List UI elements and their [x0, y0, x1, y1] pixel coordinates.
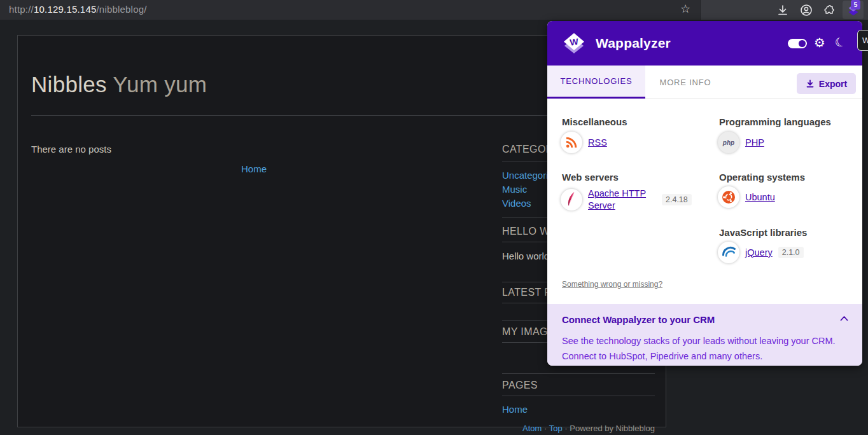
settings-gear-icon[interactable]: ⚙	[814, 34, 825, 51]
pager-home-link[interactable]: Home	[241, 163, 267, 174]
tech-row-ubuntu: Ubuntu	[718, 186, 775, 208]
top-link[interactable]: Top	[549, 424, 563, 433]
sidebar-section-pages: PAGES Home	[502, 373, 655, 415]
blog-subtitle: Yum yum	[113, 72, 207, 97]
url-host: 10.129.15.145	[34, 4, 97, 15]
url-path: /nibbleblog/	[96, 4, 146, 15]
extension-tooltip: W	[857, 30, 868, 51]
toolbar-right	[700, 0, 868, 20]
popup-header: W Wappalyzer ⚙ ☾	[547, 21, 862, 66]
pager: Home	[31, 163, 477, 174]
group-heading-miscellaneous: Miscellaneous	[562, 116, 627, 127]
category-link-music[interactable]: Music	[502, 184, 527, 195]
group-heading-programming-languages: Programming languages	[719, 116, 831, 127]
rss-icon	[561, 132, 582, 153]
export-button[interactable]: Export	[797, 73, 856, 94]
theme-moon-icon[interactable]: ☾	[832, 33, 848, 52]
jquery-version: 2.1.0	[778, 247, 804, 258]
extensions-puzzle-icon[interactable]	[822, 3, 836, 17]
apache-feather-icon	[561, 189, 582, 211]
url-scheme: http://	[9, 4, 34, 15]
screen: http://10.129.15.145/nibbleblog/ ☆ 5	[0, 0, 868, 435]
tab-technologies[interactable]: TECHNOLOGIES	[547, 66, 645, 99]
page-title: Nibbles Yum yum	[31, 72, 207, 97]
extension-badge: 5	[851, 0, 860, 10]
feedback-link[interactable]: Something wrong or missing?	[562, 280, 662, 289]
jquery-link[interactable]: jQuery	[745, 247, 773, 259]
bookmark-star-icon[interactable]: ☆	[680, 2, 690, 16]
rss-link[interactable]: RSS	[588, 137, 607, 149]
download-icon[interactable]	[776, 3, 790, 17]
jquery-icon	[718, 242, 739, 263]
chevron-up-icon[interactable]	[840, 315, 848, 321]
enable-toggle[interactable]	[788, 39, 807, 48]
pages-heading: PAGES	[502, 380, 655, 396]
tab-more-info[interactable]: MORE INFO	[645, 66, 725, 99]
blog-footer: Atom · Top · Powered by Nibbleblog	[502, 424, 655, 433]
crm-panel: Connect Wappalyzer to your CRM See the t…	[547, 304, 862, 366]
tech-row-jquery: jQuery 2.1.0	[718, 242, 804, 263]
powered-by-text: Powered by Nibbleblog	[570, 424, 655, 433]
footer-separator: ·	[564, 424, 567, 433]
tech-row-php: php PHP	[718, 132, 764, 153]
ubuntu-icon	[718, 186, 739, 208]
crm-title: Connect Wappalyzer to your CRM	[562, 314, 715, 325]
pages-home-link[interactable]: Home	[502, 404, 528, 415]
php-icon: php	[718, 132, 739, 153]
group-heading-operating-systems: Operating systems	[719, 172, 805, 183]
group-heading-javascript-libraries: JavaScript libraries	[719, 227, 807, 238]
wappalyzer-brand-title: Wappalyzer	[596, 36, 671, 51]
export-label: Export	[819, 79, 847, 89]
wappalyzer-logo-icon: W	[560, 29, 588, 57]
account-icon[interactable]	[799, 3, 813, 17]
wappalyzer-popup: W Wappalyzer ⚙ ☾ TECHNOLOGIES MORE INFO …	[547, 21, 862, 366]
php-link[interactable]: PHP	[745, 137, 764, 149]
category-link-videos[interactable]: Videos	[502, 198, 531, 209]
toggle-knob	[799, 40, 806, 47]
apache-version: 2.4.18	[662, 194, 692, 205]
url-bar[interactable]: http://10.129.15.145/nibbleblog/	[9, 4, 147, 15]
popup-tab-bar: TECHNOLOGIES MORE INFO Export	[547, 66, 862, 99]
export-download-icon	[806, 79, 815, 88]
footer-separator: ·	[544, 424, 547, 433]
ubuntu-link[interactable]: Ubuntu	[745, 191, 775, 204]
tech-row-apache: Apache HTTP Server	[561, 188, 664, 212]
apache-link[interactable]: Apache HTTP Server	[588, 188, 664, 212]
empty-posts-message: There are no posts	[31, 144, 111, 155]
browser-toolbar: http://10.129.15.145/nibbleblog/ ☆ 5	[0, 0, 868, 20]
tech-row-rss: RSS	[561, 132, 607, 153]
crm-body-text: See the technology stacks of your leads …	[562, 333, 845, 364]
group-heading-web-servers: Web servers	[562, 172, 619, 183]
atom-link[interactable]: Atom	[522, 424, 542, 433]
blog-title: Nibbles	[31, 72, 107, 97]
